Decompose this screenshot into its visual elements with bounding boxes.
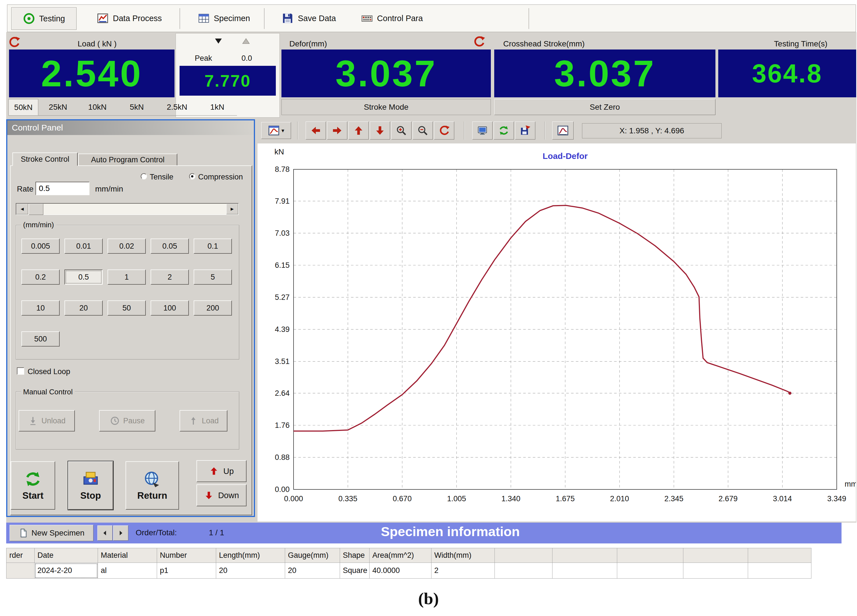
closed-loop-checkbox[interactable] xyxy=(17,367,24,375)
table-header-cell[interactable]: rder xyxy=(6,548,35,563)
speed-button-5[interactable]: 5 xyxy=(193,269,232,285)
pan-up-button[interactable] xyxy=(348,122,369,139)
table-header-cell[interactable]: Gauge(mm) xyxy=(285,548,340,563)
tab-auto-program-control[interactable]: Auto Program Control xyxy=(78,154,177,166)
table-header-cell[interactable] xyxy=(617,548,683,563)
pan-right-button[interactable] xyxy=(327,122,347,139)
set-zero-button[interactable]: Set Zero xyxy=(494,99,715,115)
pan-left-button[interactable] xyxy=(306,122,326,139)
speed-group-label: (mm/min) xyxy=(21,221,56,229)
specimen-button[interactable]: Specimen xyxy=(187,7,260,29)
chart-refresh-button[interactable] xyxy=(434,122,454,139)
table-header-cell[interactable]: Date xyxy=(35,548,98,563)
table-cell[interactable]: 40.0000 xyxy=(370,563,432,579)
table-cell[interactable]: 20 xyxy=(216,563,285,579)
pause-button[interactable]: Pause xyxy=(99,410,155,431)
table-header-cell[interactable] xyxy=(748,548,811,563)
monitor-button[interactable] xyxy=(472,122,492,139)
table-header-cell[interactable]: Area(mm^2) xyxy=(370,548,432,563)
range-tab-10kn[interactable]: 10kN xyxy=(78,99,117,115)
pan-down-button[interactable] xyxy=(370,122,390,139)
slider-left-arrow[interactable]: ◄ xyxy=(16,204,28,214)
start-button[interactable]: Start xyxy=(11,461,55,509)
peak-down-icon[interactable] xyxy=(213,36,223,46)
testing-button[interactable]: Testing xyxy=(11,7,77,30)
speed-button-01[interactable]: 0.1 xyxy=(193,239,232,254)
zoom-out-button[interactable] xyxy=(413,122,433,139)
new-specimen-label: New Specimen xyxy=(31,528,84,537)
prev-record-button[interactable] xyxy=(97,525,113,540)
slider-thumb[interactable] xyxy=(29,204,43,215)
range-tab-50kn[interactable]: 50kN xyxy=(8,99,38,115)
control-panel-title[interactable]: Control Panel xyxy=(7,120,254,135)
speed-button-001[interactable]: 0.01 xyxy=(65,239,103,254)
closed-loop-label[interactable]: Closed Loop xyxy=(28,367,70,376)
table-cell[interactable]: p1 xyxy=(157,563,216,579)
load-button[interactable]: Load xyxy=(179,410,227,431)
compression-radio[interactable] xyxy=(189,173,195,179)
speed-button-1[interactable]: 1 xyxy=(108,269,146,285)
auto-refresh-button[interactable] xyxy=(493,122,514,139)
table-header-cell[interactable]: Number xyxy=(157,548,216,563)
speed-button-002[interactable]: 0.02 xyxy=(108,239,146,254)
tensile-radio-label[interactable]: Tensile xyxy=(150,173,173,181)
speed-button-500[interactable]: 500 xyxy=(22,331,60,347)
speed-button-200[interactable]: 200 xyxy=(193,300,232,316)
up-button[interactable]: Up xyxy=(196,460,246,482)
table-header-cell[interactable] xyxy=(552,548,617,563)
control-para-button[interactable]: Control Para xyxy=(348,7,435,29)
return-button[interactable]: Return xyxy=(125,461,179,509)
table-header-cell[interactable]: Width(mm) xyxy=(432,548,495,563)
table-cell[interactable] xyxy=(683,563,748,579)
rate-input[interactable] xyxy=(36,182,90,195)
zoom-in-button[interactable] xyxy=(391,122,411,139)
table-cell[interactable]: Square xyxy=(340,563,370,579)
table-cell[interactable] xyxy=(6,563,35,579)
speed-button-0005[interactable]: 0.005 xyxy=(22,239,60,254)
defor-refresh-icon[interactable] xyxy=(473,36,485,48)
table-cell[interactable]: al xyxy=(98,563,157,579)
range-tab-2-5kn[interactable]: 2.5kN xyxy=(156,99,198,115)
speed-button-50[interactable]: 50 xyxy=(108,300,146,316)
table-cell[interactable] xyxy=(552,563,617,579)
range-tab-1kn[interactable]: 1kN xyxy=(198,99,237,115)
table-header-cell[interactable]: Material xyxy=(98,548,157,563)
speed-button-05-selected[interactable]: 0.5 xyxy=(65,269,103,285)
chart-type-dropdown[interactable]: ▾ xyxy=(261,122,291,139)
down-button[interactable]: Down xyxy=(196,484,246,506)
save-data-button[interactable]: Save Data xyxy=(272,7,346,29)
table-header-cell[interactable] xyxy=(495,548,552,563)
rate-slider[interactable]: ◄ ► xyxy=(16,203,239,215)
speed-button-100[interactable]: 100 xyxy=(150,300,189,316)
svg-text:8.78: 8.78 xyxy=(275,165,289,174)
speed-button-02[interactable]: 0.2 xyxy=(22,269,60,285)
unload-button[interactable]: Unload xyxy=(19,410,75,431)
table-header-cell[interactable]: Length(mm) xyxy=(216,548,285,563)
table-cell[interactable]: 2 xyxy=(432,563,495,579)
tensile-radio[interactable] xyxy=(141,173,147,179)
speed-button-10[interactable]: 10 xyxy=(22,300,60,316)
table-cell[interactable] xyxy=(617,563,683,579)
range-tab-5kn[interactable]: 5kN xyxy=(117,99,156,115)
compression-radio-label[interactable]: Compression xyxy=(198,173,243,181)
new-specimen-button[interactable]: New Specimen xyxy=(9,525,93,541)
export-data-button[interactable] xyxy=(515,122,535,139)
tab-stroke-control[interactable]: Stroke Control xyxy=(12,153,78,166)
speed-button-005[interactable]: 0.05 xyxy=(150,239,189,254)
curve-window-button[interactable] xyxy=(552,122,574,139)
next-record-button[interactable] xyxy=(113,525,128,540)
table-cell[interactable]: 20 xyxy=(285,563,340,579)
speed-button-20[interactable]: 20 xyxy=(65,300,103,316)
table-cell[interactable]: 2024-2-20 xyxy=(35,563,98,579)
table-header-cell[interactable]: Shape xyxy=(340,548,370,563)
stop-button[interactable]: Stop xyxy=(68,461,113,509)
load-refresh-icon[interactable] xyxy=(8,36,20,48)
table-header-cell[interactable] xyxy=(683,548,748,563)
table-cell[interactable] xyxy=(495,563,552,579)
speed-button-2[interactable]: 2 xyxy=(150,269,189,285)
data-process-button[interactable]: Data Process xyxy=(83,7,176,29)
range-tab-25kn[interactable]: 25kN xyxy=(38,99,78,115)
peak-up-icon[interactable] xyxy=(241,36,251,46)
slider-right-arrow[interactable]: ► xyxy=(226,204,238,214)
table-cell[interactable] xyxy=(748,563,811,579)
